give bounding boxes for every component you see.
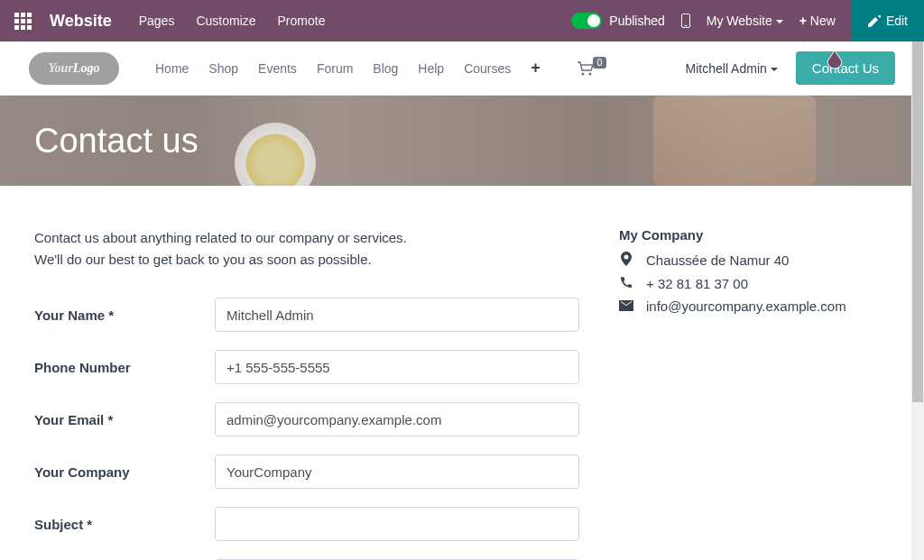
nav-add-icon[interactable]: +: [531, 59, 541, 78]
nav-links: Home Shop Events Forum Blog Help Courses: [155, 61, 511, 76]
top-menu-bar: Website Pages Customize Promote Publishe…: [0, 0, 924, 41]
edit-label: Edit: [886, 14, 908, 28]
intro-line1: Contact us about anything related to our…: [34, 227, 583, 249]
address-text: Chaussée de Namur 40: [646, 252, 789, 268]
company-name: My Company: [619, 227, 890, 243]
topbar-right: Published My Website +New Edit: [571, 0, 910, 41]
label-email: Your Email *: [34, 412, 215, 427]
phone-row: + 32 81 81 37 00: [619, 276, 890, 291]
new-button[interactable]: +New: [799, 14, 836, 28]
new-label: New: [810, 14, 836, 28]
input-subject[interactable]: [215, 507, 579, 541]
form-column: Contact us about anything related to our…: [34, 227, 583, 560]
company-info: My Company Chaussée de Namur 40 + 32 81 …: [619, 227, 890, 560]
logo-logo: Logo: [73, 61, 100, 76]
phone-icon: [619, 276, 633, 291]
cursor-indicator-icon: [825, 49, 845, 72]
topbar-menu: Pages Customize Promote: [139, 14, 326, 28]
nav-shop[interactable]: Shop: [208, 61, 238, 76]
contact-form: Your Name * Phone Number Your Email * Yo…: [34, 298, 583, 560]
nav-courses[interactable]: Courses: [464, 61, 511, 76]
email-row: info@yourcompany.example.com: [619, 298, 890, 314]
nav-events[interactable]: Events: [258, 61, 297, 76]
phone-text: + 32 81 81 37 00: [646, 276, 748, 291]
label-phone: Phone Number: [34, 360, 215, 375]
user-dropdown[interactable]: Mitchell Admin: [686, 61, 778, 76]
row-email: Your Email *: [34, 402, 583, 436]
apps-icon[interactable]: [14, 13, 32, 30]
edit-button[interactable]: Edit: [852, 0, 924, 41]
input-company[interactable]: [215, 454, 579, 489]
nav-home[interactable]: Home: [155, 61, 189, 76]
input-name[interactable]: [215, 298, 579, 332]
map-marker-icon: [619, 252, 633, 269]
cart-button[interactable]: 0: [577, 61, 609, 76]
nav-help[interactable]: Help: [418, 61, 444, 76]
label-company: Your Company: [34, 464, 215, 480]
hero-banner: Contact us: [0, 96, 924, 186]
main-content: Contact us about anything related to our…: [0, 186, 924, 560]
published-toggle[interactable]: [571, 13, 602, 29]
menu-promote[interactable]: Promote: [278, 14, 326, 28]
scrollbar-thumb[interactable]: [912, 41, 923, 402]
nav-forum[interactable]: Forum: [317, 61, 353, 76]
my-website-dropdown[interactable]: My Website: [707, 14, 783, 28]
page-title: Contact us: [34, 122, 199, 161]
published-toggle-group: Published: [571, 13, 665, 29]
site-logo[interactable]: YourLogo: [29, 52, 119, 85]
nav-right: Mitchell Admin Contact Us: [686, 51, 895, 85]
intro-line2: We'll do our best to get back to you as …: [34, 249, 583, 271]
row-name: Your Name *: [34, 298, 583, 332]
address-row: Chaussée de Namur 40: [619, 252, 890, 269]
menu-customize[interactable]: Customize: [196, 14, 255, 28]
label-name: Your Name *: [34, 308, 215, 323]
plus-icon: +: [799, 14, 807, 28]
cart-count-badge: 0: [593, 57, 607, 69]
svg-point-1: [588, 72, 591, 75]
label-subject: Subject *: [34, 517, 215, 532]
menu-pages[interactable]: Pages: [139, 14, 175, 28]
contact-us-button[interactable]: Contact Us: [796, 51, 895, 85]
chevron-down-icon: [776, 20, 783, 23]
site-navbar: YourLogo Home Shop Events Forum Blog Hel…: [0, 41, 924, 96]
logo-your: Your: [49, 61, 73, 76]
row-phone: Phone Number: [34, 350, 583, 384]
chevron-down-icon: [771, 68, 778, 71]
mobile-preview-icon[interactable]: [681, 14, 690, 28]
email-text: info@yourcompany.example.com: [646, 298, 846, 314]
published-label: Published: [609, 14, 665, 28]
svg-point-0: [581, 72, 584, 75]
my-website-label: My Website: [707, 14, 772, 28]
topbar-left: Website Pages Customize Promote: [14, 12, 325, 31]
envelope-icon: [619, 298, 633, 314]
vertical-scrollbar[interactable]: [911, 41, 924, 560]
intro-text: Contact us about anything related to our…: [34, 227, 583, 271]
row-company: Your Company: [34, 454, 583, 489]
cart-icon: [577, 61, 595, 76]
input-email[interactable]: [215, 402, 579, 436]
user-name: Mitchell Admin: [686, 61, 767, 76]
row-subject: Subject *: [34, 507, 583, 541]
pencil-icon: [868, 14, 881, 27]
input-phone[interactable]: [215, 350, 579, 384]
app-name[interactable]: Website: [50, 12, 112, 31]
nav-blog[interactable]: Blog: [373, 61, 398, 76]
